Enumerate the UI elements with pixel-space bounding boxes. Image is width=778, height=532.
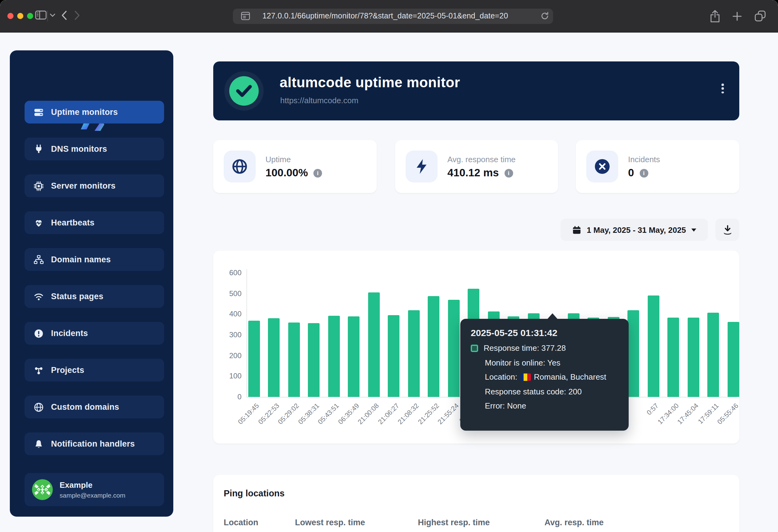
status-online-check-icon [229,76,259,106]
tooltip-timestamp: 2025-05-25 01:31:42 [471,328,618,338]
stat-value: 100.00% [265,167,308,179]
sidebar-item-label: Custom domains [51,403,119,412]
exclamation-circle-icon [34,328,44,338]
chart-bar[interactable] [388,315,399,397]
sidebar-item-uptime-monitors[interactable]: Uptime monitors [24,101,164,123]
date-range-picker[interactable]: 1 May, 2025 - 31 May, 2025 [560,219,708,241]
stat-value: 0 [628,167,634,179]
chart-bar[interactable] [707,313,719,397]
chart-bar[interactable] [308,323,320,397]
page-title: altumcode uptime monitor [280,74,460,91]
account-button[interactable]: Example sample@example.com [24,473,164,506]
chart-bar[interactable] [248,321,260,397]
stat-value: 410.12 ms [447,167,499,179]
y-axis-tick: 300 [219,331,241,339]
monitor-url-link[interactable]: https://altumcode.com [280,96,358,105]
wifi-icon [34,291,44,301]
bolt-icon [406,151,438,182]
sidebar-panel-icon[interactable] [35,10,47,20]
sidebar-item-dns-monitors[interactable]: DNS monitors [24,138,164,160]
sidebar-item-incidents[interactable]: Incidents [24,322,164,345]
address-bar[interactable]: 127.0.0.1/66uptime/monitor/78?&start_dat… [233,9,553,24]
response-time-chart-card: 600500400300200100005:19:4505:22:5305:29… [213,251,739,444]
y-axis-tick: 200 [219,351,241,360]
url-text: 127.0.0.1/66uptime/monitor/78?&start_dat… [262,9,508,24]
globe-icon [34,402,44,412]
bell-icon [34,439,44,449]
stat-label: Incidents [628,155,660,164]
sidebar-item-projects[interactable]: Projects [24,359,164,381]
network-nodes-icon [34,365,44,375]
chart-bar[interactable] [428,296,440,397]
plug-icon [34,144,44,154]
tooltip-location: Romania, Bucharest [534,372,607,381]
ping-locations-title: Ping locations [224,489,285,498]
calendar-icon [572,225,581,234]
sidebar-item-label: Heartbeats [51,218,95,227]
download-icon [722,225,732,235]
chart-bar[interactable] [288,323,300,397]
stat-card-uptime: Uptime 100.00%i [213,140,377,193]
chart-bar[interactable] [668,318,679,397]
sidebar-item-heartbeats[interactable]: Heartbeats [24,211,164,234]
chart-bar[interactable] [647,295,659,397]
sidebar-item-label: Uptime monitors [51,107,118,117]
heart-pulse-icon [34,218,44,228]
sidebar-item-status-pages[interactable]: Status pages [24,285,164,308]
column-header-highest: Highest resp. time [418,518,490,527]
y-axis-tick: 0 [219,392,241,401]
sidebar-item-domain-names[interactable]: Domain names [24,248,164,271]
sidebar-item-custom-domains[interactable]: Custom domains [24,395,164,418]
share-icon[interactable] [710,10,720,23]
chart-bar[interactable] [268,318,280,397]
cpu-chip-icon [34,181,44,191]
minimize-window-button[interactable] [17,13,23,19]
main-content: altumcode uptime monitor https://altumco… [213,32,739,532]
zoom-window-button[interactable] [27,13,33,19]
y-axis-line [246,269,247,397]
chart-bar[interactable] [627,310,639,397]
chart-bar[interactable] [408,310,419,397]
browser-window: 127.0.0.1/66uptime/monitor/78?&start_dat… [0,0,778,532]
sidebar-item-label: DNS monitors [51,144,107,154]
forward-icon[interactable] [74,10,80,20]
close-window-button[interactable] [7,13,13,19]
chart-bar[interactable] [368,292,380,397]
series-swatch-icon [471,344,478,352]
stat-label: Avg. response time [447,155,516,164]
tabs-icon[interactable] [755,10,766,21]
tooltip-status-code: Response status code: 200 [485,387,581,396]
download-report-button[interactable] [715,219,739,241]
info-icon[interactable]: i [504,169,513,177]
sidebar-item-notification-handlers[interactable]: Notification handlers [24,433,164,455]
chevron-down-icon[interactable] [50,13,55,17]
sitemap-icon [34,255,44,264]
chart-bar[interactable] [727,322,739,397]
chart-bar[interactable] [328,316,339,397]
sidebar-item-label: Incidents [51,329,88,338]
tooltip-online: Monitor is online: Yes [485,358,560,367]
chart-bar[interactable] [687,318,699,397]
globe-icon [224,151,256,182]
sidebar-item-server-monitors[interactable]: Server monitors [24,174,164,197]
browser-toolbar: 127.0.0.1/66uptime/monitor/78?&start_dat… [0,0,778,32]
info-icon[interactable]: i [313,169,322,177]
server-stack-icon [34,107,44,117]
tooltip-location-prefix: Location: [485,372,518,381]
monitor-header-card: altumcode uptime monitor https://altumco… [213,62,739,120]
sidebar-item-label: Notification handlers [51,439,135,448]
account-email: sample@example.com [60,492,125,499]
info-icon[interactable]: i [639,169,648,177]
toolbar-divider [47,10,48,21]
sidebar: Uptime monitors DNS monitors Se [10,51,173,517]
kebab-menu-button[interactable] [718,84,727,98]
chart-bar[interactable] [448,300,459,397]
column-header-lowest: Lowest resp. time [295,518,365,527]
y-axis-tick: 600 [219,268,241,277]
reload-icon[interactable] [541,12,549,20]
back-icon[interactable] [62,10,67,20]
chart-bar[interactable] [348,316,360,397]
tooltip-error: Error: None [485,401,526,410]
new-tab-icon[interactable] [732,12,742,21]
y-axis-tick: 400 [219,310,241,319]
